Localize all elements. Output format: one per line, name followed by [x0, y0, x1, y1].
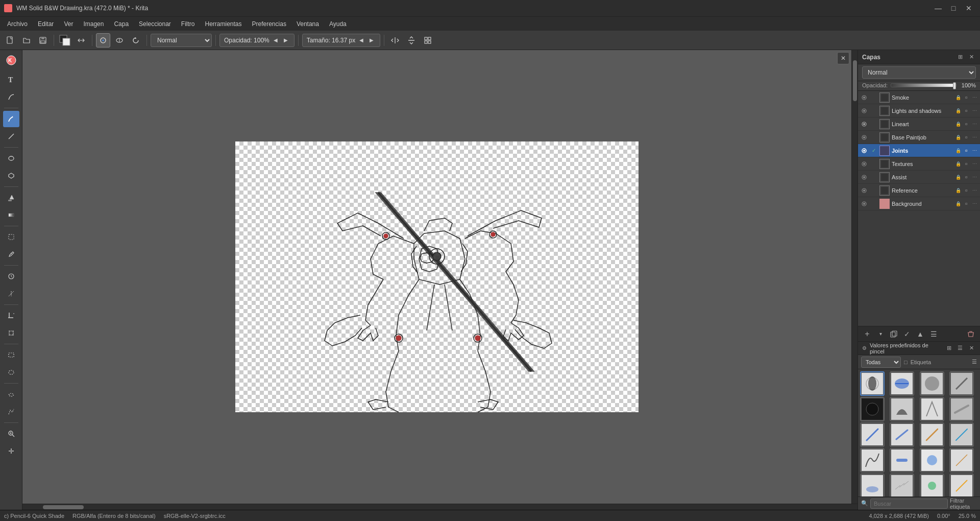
- layer-lock-lights[interactable]: 🔒: [954, 107, 962, 114]
- canvas-scrollbar-horizontal[interactable]: [22, 504, 857, 510]
- layer-visibility-background[interactable]: [860, 200, 868, 208]
- brush-item-13[interactable]: [860, 448, 885, 472]
- move-layer-up-button[interactable]: ▲: [914, 328, 926, 340]
- layer-visibility-smoke[interactable]: [860, 93, 868, 102]
- layer-item-lineart[interactable]: Lineart 🔒 α ⋯: [858, 117, 980, 131]
- layers-opacity-handle[interactable]: [953, 82, 956, 89]
- opacity-decrease-button[interactable]: ◀: [272, 36, 280, 44]
- menu-imagen[interactable]: Imagen: [78, 18, 109, 30]
- delete-layer-button[interactable]: [965, 328, 977, 340]
- layer-lock-assist[interactable]: 🔒: [954, 174, 962, 181]
- save-file-button[interactable]: [36, 33, 50, 48]
- layer-more-joints[interactable]: ⋯: [971, 147, 978, 154]
- layer-visibility-joints[interactable]: [860, 147, 868, 155]
- layer-item-background[interactable]: Background 🔒 α ⋯: [858, 197, 980, 210]
- add-layer-button[interactable]: +: [861, 328, 873, 340]
- layer-lock-background[interactable]: 🔒: [954, 200, 962, 207]
- ellipse-tool-button[interactable]: [3, 150, 19, 167]
- menu-seleccionar[interactable]: Seleccionar: [134, 18, 176, 30]
- menu-ver[interactable]: Ver: [59, 18, 78, 30]
- brush-panel-tag-toggle[interactable]: ☰: [955, 344, 965, 353]
- layer-visibility-lineart[interactable]: [860, 120, 868, 128]
- menu-filtro[interactable]: Filtro: [176, 18, 200, 30]
- brush-item-7[interactable]: [920, 397, 944, 421]
- brush-panel-float-button[interactable]: ⊞: [944, 344, 953, 353]
- layer-more-textures[interactable]: ⋯: [971, 160, 978, 168]
- minimize-button[interactable]: —: [931, 1, 945, 15]
- check-layer-button[interactable]: ✓: [901, 328, 913, 340]
- brush-search-input[interactable]: [870, 499, 948, 509]
- brush-filter-select[interactable]: Todas: [861, 357, 901, 368]
- menu-archivo[interactable]: Archivo: [2, 18, 33, 30]
- brush-panel-close-button[interactable]: ✕: [967, 344, 976, 353]
- layer-item-lights[interactable]: Lights and shadows 🔒 α ⋯: [858, 104, 980, 117]
- layer-item-smoke[interactable]: Smoke 🔒 α ⋯: [858, 91, 980, 104]
- menu-editar[interactable]: Editar: [33, 18, 59, 30]
- brush-item-14[interactable]: [890, 448, 914, 472]
- brush-item-2[interactable]: [890, 371, 914, 396]
- layer-visibility-base[interactable]: [860, 133, 868, 141]
- layer-alpha-background[interactable]: α: [963, 200, 970, 207]
- layer-lock-smoke[interactable]: 🔒: [954, 94, 962, 101]
- canvas-area[interactable]: ✕: [22, 50, 851, 504]
- layer-item-textures[interactable]: Textures 🔒 α ⋯: [858, 157, 980, 171]
- menu-ayuda[interactable]: Ayuda: [324, 18, 352, 30]
- brush-search-icon[interactable]: 🔍: [861, 500, 868, 507]
- layer-visibility-reference[interactable]: [860, 186, 868, 195]
- copy-layer-button[interactable]: [888, 328, 900, 340]
- crop-tool-button[interactable]: [3, 307, 19, 324]
- brush-item-17[interactable]: [860, 473, 885, 496]
- opacity-increase-button[interactable]: ▶: [282, 36, 290, 44]
- layer-alpha-base[interactable]: α: [963, 134, 970, 141]
- layer-lock-joints[interactable]: 🔒: [954, 147, 962, 154]
- swap-colors-button[interactable]: [74, 33, 88, 48]
- brush-preset-button[interactable]: [96, 33, 110, 48]
- layer-item-reference[interactable]: Reference 🔒 α ⋯: [858, 184, 980, 197]
- layer-alpha-textures[interactable]: α: [963, 160, 970, 168]
- path-select-button[interactable]: [3, 404, 19, 420]
- layer-alpha-joints[interactable]: α: [963, 147, 970, 154]
- eyedropper-button[interactable]: [3, 246, 19, 263]
- brush-view-toggle[interactable]: ☰: [972, 359, 977, 365]
- krita-logo-button[interactable]: K: [3, 52, 19, 68]
- mirror-h-button[interactable]: [388, 33, 402, 48]
- brush-item-3[interactable]: [920, 371, 944, 396]
- freehand-brush-button[interactable]: [3, 111, 19, 127]
- layer-more-lineart[interactable]: ⋯: [971, 121, 978, 128]
- maximize-button[interactable]: □: [946, 1, 961, 15]
- brush-item-19[interactable]: [920, 473, 944, 496]
- canvas-scrollbar-vertical[interactable]: [851, 50, 857, 504]
- brush-item-4[interactable]: [949, 371, 974, 396]
- wrap-button[interactable]: [421, 33, 435, 48]
- layer-lock-lineart[interactable]: 🔒: [954, 121, 962, 128]
- zoom-tool-button[interactable]: [3, 425, 19, 442]
- layer-options-button[interactable]: ☰: [927, 328, 940, 340]
- layer-lock-textures[interactable]: 🔒: [954, 160, 962, 168]
- gradient-tool-button[interactable]: [3, 207, 19, 223]
- layer-more-base[interactable]: ⋯: [971, 134, 978, 141]
- brush-item-16[interactable]: [949, 448, 974, 472]
- brush-item-18[interactable]: [890, 473, 914, 496]
- brush-item-9[interactable]: [860, 422, 885, 447]
- rectangular-select-button[interactable]: [3, 347, 19, 363]
- brush-item-15[interactable]: [920, 448, 944, 472]
- close-button[interactable]: ✕: [962, 1, 976, 15]
- layer-visibility-assist[interactable]: [860, 173, 868, 181]
- layers-panel-close-button[interactable]: ✕: [967, 53, 976, 62]
- layer-alpha-assist[interactable]: α: [963, 174, 970, 181]
- pan-tool-button[interactable]: [3, 443, 19, 459]
- new-file-button[interactable]: [3, 33, 17, 48]
- layer-more-reference[interactable]: ⋯: [971, 187, 978, 194]
- color-selector-button[interactable]: [58, 33, 72, 48]
- menu-herramientas[interactable]: Herramientas: [200, 18, 247, 30]
- brush-item-11[interactable]: [920, 422, 944, 447]
- reload-brush-button[interactable]: [129, 33, 143, 48]
- menu-preferencias[interactable]: Preferencias: [247, 18, 291, 30]
- layers-opacity-bar[interactable]: [891, 83, 957, 87]
- canvas-close-button[interactable]: ✕: [837, 52, 849, 64]
- text-tool-button[interactable]: T: [3, 72, 19, 88]
- brush-item-20[interactable]: [949, 473, 974, 496]
- layer-more-lights[interactable]: ⋯: [971, 107, 978, 114]
- layer-lock-reference[interactable]: 🔒: [954, 187, 962, 194]
- brush-item-10[interactable]: [890, 422, 914, 447]
